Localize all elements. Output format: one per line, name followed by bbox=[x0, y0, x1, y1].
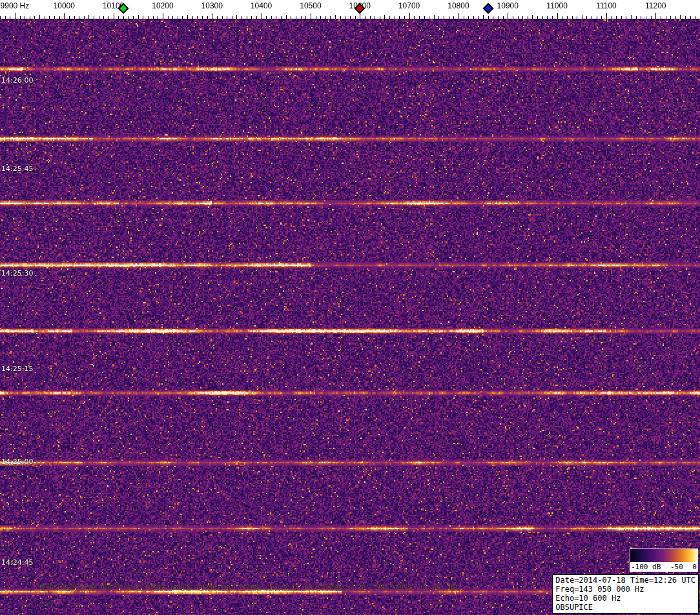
freq-tick-label: 10500 bbox=[300, 1, 321, 10]
freq-tick-label: 11200 bbox=[645, 1, 666, 10]
legend-max-label: 0 bbox=[692, 563, 697, 571]
time-tick-label: 14:25:30 bbox=[1, 269, 33, 277]
freq-tick-label: 10400 bbox=[251, 1, 272, 10]
info-echo-line: Echo=10 600 Hz bbox=[555, 594, 695, 603]
time-tick-label: 14:26:00 bbox=[1, 76, 33, 85]
info-station-line: OBSUPICE bbox=[555, 603, 695, 612]
observation-info-box: Date=2014-07-18 Time=12:26 UTC Freq=143 … bbox=[552, 574, 699, 614]
colormap-gradient-bar bbox=[630, 549, 697, 562]
frequency-ruler[interactable]: 9900 Hz100001010010200103001040010500106… bbox=[0, 0, 700, 19]
time-tick-label: 14:24:45 bbox=[1, 558, 33, 567]
freq-tick-label: 10900 bbox=[497, 1, 519, 10]
freq-tick-label: 11100 bbox=[596, 1, 617, 10]
legend-scale-labels: -100 dB -50 0 bbox=[630, 562, 697, 571]
freq-tick-label: 10800 bbox=[448, 1, 469, 10]
freq-tick-label: 10300 bbox=[201, 1, 223, 10]
info-freq-line: Freq=143 050 000 Hz bbox=[555, 585, 695, 594]
legend-mid-label: -50 bbox=[670, 563, 683, 571]
spectrogram-waterfall[interactable] bbox=[0, 19, 700, 615]
legend-min-label: -100 dB bbox=[631, 563, 661, 571]
freq-tick-label: 10700 bbox=[398, 1, 420, 10]
detection-log-text: 20140718122438260 nCnt17 nb-65 1f0595 ni… bbox=[37, 584, 457, 590]
meteor-spectrogram-app: 9900 Hz100001010010200103001040010500106… bbox=[0, 0, 700, 615]
freq-tick-label: 11000 bbox=[546, 1, 567, 10]
time-tick-label: 14:25:00 bbox=[1, 458, 33, 466]
time-tick-label: 14:25:15 bbox=[1, 365, 33, 373]
cursor-readout: ^t+38 bbox=[30, 600, 52, 609]
time-tick-label: 14:25:45 bbox=[1, 165, 33, 173]
freq-tick-label: 9900 Hz bbox=[1, 1, 30, 10]
freq-tick-label: 10200 bbox=[152, 1, 173, 10]
freq-tick-label: 10000 bbox=[54, 1, 75, 10]
intensity-legend: -100 dB -50 0 bbox=[630, 549, 698, 572]
info-date-line: Date=2014-07-18 Time=12:26 UTC bbox=[555, 576, 695, 585]
